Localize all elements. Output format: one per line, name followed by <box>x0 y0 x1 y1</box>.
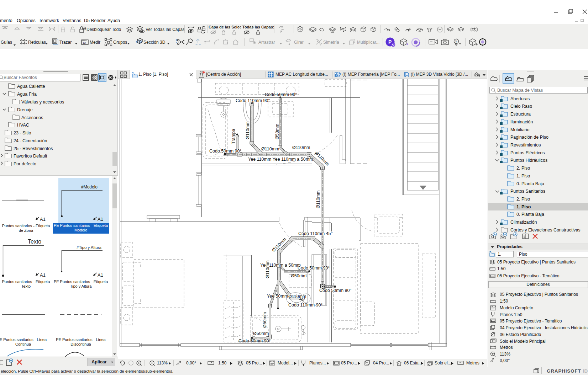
svg-text:Codo 110mm 90°: Codo 110mm 90° <box>236 98 270 103</box>
svg-text:A1: A1 <box>40 217 46 222</box>
svg-text:Puntos Eléctricos: Puntos Eléctricos <box>510 150 545 155</box>
svg-text:Codo 110mm 45°: Codo 110mm 45° <box>298 231 332 236</box>
svg-text:#Tipo y Altura: #Tipo y Altura <box>77 245 101 250</box>
svg-text:Cielo Raso: Cielo Raso <box>510 104 532 109</box>
svg-text:Texto: Texto <box>28 239 41 245</box>
svg-text:Puntos Sanitarios: Puntos Sanitarios <box>510 189 545 194</box>
svg-text:Yee 50mm: Yee 50mm <box>267 294 288 299</box>
svg-text:Paginación de Piso: Paginación de Piso <box>510 135 548 140</box>
svg-text:A1: A1 <box>98 217 103 222</box>
svg-text:Codo 50mm 90°: Codo 50mm 90° <box>209 149 241 154</box>
svg-text:Codo 50mm 90°: Codo 50mm 90° <box>298 266 330 271</box>
svg-text:23 - Sitio: 23 - Sitio <box>14 130 31 135</box>
svg-text:Ø110mm: Ø110mm <box>288 294 306 299</box>
svg-text:Ø50mm: Ø50mm <box>262 312 267 328</box>
svg-text:Estructura: Estructura <box>510 112 531 117</box>
svg-text:Ø110mm: Ø110mm <box>292 145 310 150</box>
svg-text:Codo 50mm 90°: Codo 50mm 90° <box>265 92 297 97</box>
svg-text:Agua Fría: Agua Fría <box>17 92 37 97</box>
svg-text:25 - Revestimientos: 25 - Revestimientos <box>14 146 53 151</box>
svg-text:Por defecto: Por defecto <box>14 161 36 166</box>
svg-text:Ø50mm: Ø50mm <box>291 273 306 278</box>
svg-text:Ø110mm: Ø110mm <box>265 261 270 278</box>
svg-text:A1: A1 <box>98 272 103 278</box>
svg-text:Ø110mm: Ø110mm <box>245 122 250 139</box>
svg-text:Codo 110mm 90°: Codo 110mm 90° <box>288 303 322 308</box>
svg-text:Favoritos Default: Favoritos Default <box>14 154 47 159</box>
svg-text:Ø50mm: Ø50mm <box>275 124 280 139</box>
svg-text:HVAC: HVAC <box>17 123 29 128</box>
svg-text:Agua Caliente: Agua Caliente <box>17 84 45 89</box>
svg-text:0. Planta Baja: 0. Planta Baja <box>516 181 544 186</box>
svg-text:1. Piso: 1. Piso <box>516 174 530 178</box>
svg-text:2. Piso: 2. Piso <box>516 197 530 202</box>
svg-text:Y: Y <box>455 40 457 43</box>
svg-text:Codo 50mm 90°: Codo 50mm 90° <box>319 288 351 293</box>
svg-text:1. Piso: 1. Piso <box>516 204 531 209</box>
svg-text:24 - Cimentación: 24 - Cimentación <box>14 138 47 143</box>
svg-text:Climatización: Climatización <box>510 220 537 225</box>
svg-text:Yee 110mm Yee 110mm a 50mm: Yee 110mm Yee 110mm a 50mm <box>248 157 313 162</box>
svg-text:12: 12 <box>83 41 86 44</box>
svg-text:Puntos Hidráulicos: Puntos Hidráulicos <box>510 158 547 163</box>
svg-text:Drenaje: Drenaje <box>17 107 33 112</box>
svg-text:Cortes y Elevaciones Construct: Cortes y Elevaciones Constructivas <box>510 228 581 233</box>
svg-text:Accesorios: Accesorios <box>21 115 43 120</box>
svg-text:Ø110mm: Ø110mm <box>316 191 321 208</box>
svg-text:P: P <box>388 39 392 45</box>
svg-text:Ø110mm: Ø110mm <box>261 146 279 151</box>
svg-text:Iluminación: Iluminación <box>510 119 533 124</box>
svg-text:A1: A1 <box>40 272 46 278</box>
svg-text:2. Piso: 2. Piso <box>516 166 530 171</box>
svg-text:Trampa: Trampa <box>231 129 236 144</box>
svg-text:Ø50mm: Ø50mm <box>253 331 269 336</box>
svg-text:Revestimientos: Revestimientos <box>510 143 541 148</box>
svg-text:Codo 50mm 90°: Codo 50mm 90° <box>238 338 271 343</box>
svg-text:0. Planta Baja: 0. Planta Baja <box>516 212 544 217</box>
svg-text:Aberturas: Aberturas <box>510 96 530 101</box>
svg-text:Válvulas y accesorios: Válvulas y accesorios <box>21 100 64 105</box>
svg-text:Mobiliario: Mobiliario <box>510 127 530 132</box>
svg-text:#Modelo: #Modelo <box>81 185 98 190</box>
